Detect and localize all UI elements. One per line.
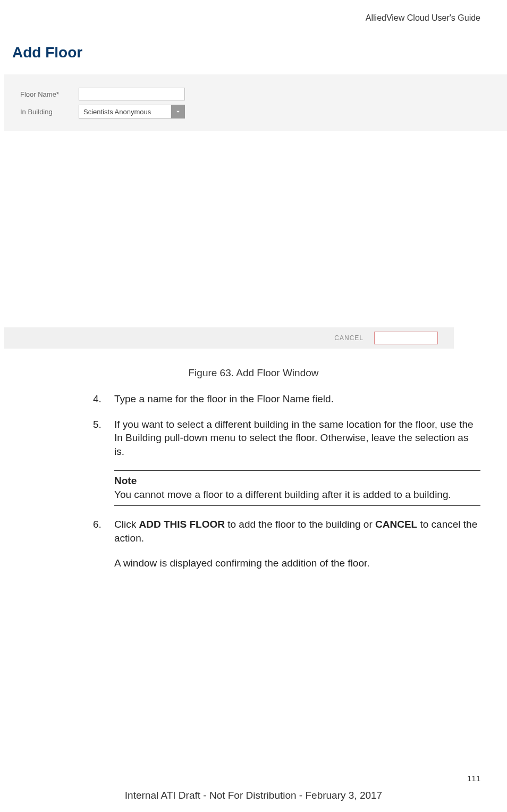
note-text: You cannot move a floor to a different b…	[114, 488, 480, 502]
text-part: Click	[114, 519, 139, 530]
add-floor-screenshot: Add Floor Floor Name* In Building Scient…	[4, 39, 507, 349]
step-number: 4.	[93, 392, 114, 406]
floor-name-input[interactable]	[79, 88, 185, 100]
dialog-footer: CANCEL	[4, 327, 454, 349]
in-building-select[interactable]: Scientists Anonymous	[79, 105, 185, 119]
document-header: AlliedView Cloud User's Guide	[0, 0, 507, 28]
step-6: 6. Click ADD THIS FLOOR to add the floor…	[93, 518, 480, 545]
step-number: 6.	[93, 518, 114, 545]
instruction-content: 4. Type a name for the floor in the Floo…	[93, 392, 480, 570]
floor-name-label: Floor Name*	[20, 90, 79, 98]
window-title: Add Floor	[4, 39, 507, 72]
text-part: to add the floor to the building or	[225, 519, 375, 530]
followup-paragraph: A window is displayed confirming the add…	[114, 556, 480, 570]
step-5: 5. If you want to select a different bui…	[93, 418, 480, 459]
step-text: Click ADD THIS FLOOR to add the floor to…	[114, 518, 480, 545]
floor-name-row: Floor Name*	[20, 88, 491, 100]
blank-area	[4, 131, 507, 327]
chevron-down-icon[interactable]	[171, 105, 185, 119]
step-text: If you want to select a different buildi…	[114, 418, 480, 459]
cancel-button[interactable]: CANCEL	[334, 334, 364, 342]
form-area: Floor Name* In Building Scientists Anony…	[4, 74, 507, 131]
footer-text: Internal ATI Draft - Not For Distributio…	[0, 790, 507, 801]
in-building-label: In Building	[20, 108, 79, 116]
figure-caption: Figure 63. Add Floor Window	[0, 367, 507, 379]
step-number: 5.	[93, 418, 114, 459]
bold-text: ADD THIS FLOOR	[139, 519, 225, 530]
step-text: Type a name for the floor in the Floor N…	[114, 392, 480, 406]
note-block: Note You cannot move a floor to a differ…	[114, 470, 480, 506]
in-building-row: In Building Scientists Anonymous	[20, 105, 491, 119]
in-building-value: Scientists Anonymous	[79, 105, 171, 119]
page-number: 111	[467, 774, 480, 783]
bold-text: CANCEL	[375, 519, 417, 530]
note-title: Note	[114, 475, 480, 487]
step-4: 4. Type a name for the floor in the Floo…	[93, 392, 480, 406]
add-this-floor-button[interactable]	[374, 332, 438, 344]
